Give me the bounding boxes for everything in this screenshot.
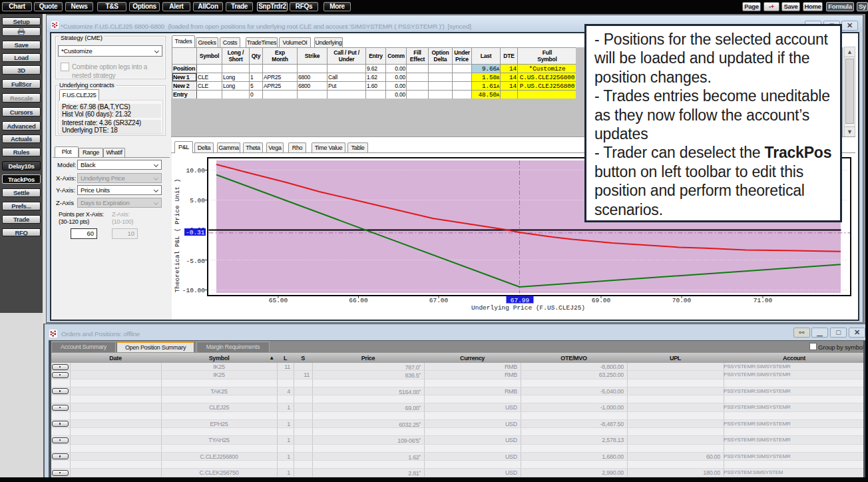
svg-text:-10.00: -10.00 — [182, 287, 206, 294]
svg-text:10.00: 10.00 — [186, 167, 205, 174]
svg-text:Theoretical P&L ( Price Unit ): Theoretical P&L ( Price Unit ) — [174, 178, 181, 292]
svg-text:-5.00: -5.00 — [186, 258, 205, 265]
svg-text:-0.31: -0.31 — [186, 229, 205, 236]
svg-text:Underlying Price (F.US.CLEJ25): Underlying Price (F.US.CLEJ25) — [471, 304, 585, 312]
svg-text:67.99: 67.99 — [511, 297, 530, 304]
svg-text:5.00: 5.00 — [190, 197, 205, 204]
